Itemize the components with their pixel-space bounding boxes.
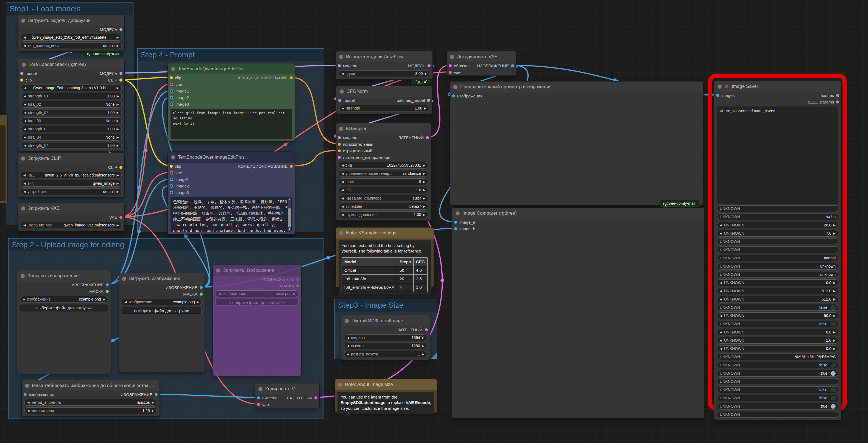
widget-combo[interactable]: ◀изображениеexample.png▶ <box>20 296 108 303</box>
widget-toggle[interactable]: UNKNOWNfalse <box>717 362 838 368</box>
combo-left-arrow-icon[interactable]: ◀ <box>720 232 722 235</box>
slot-изображения-dot[interactable] <box>452 94 455 97</box>
widget-combo[interactable]: ◀UNKNOWN0.0▶ <box>717 279 838 286</box>
slot-ИЗОБРАЖЕНИЕ-dot[interactable] <box>296 278 299 281</box>
combo-left-arrow-icon[interactable]: ◀ <box>23 182 26 185</box>
widget-combo[interactable]: ◀ширина1664▶ <box>344 334 427 341</box>
slot-patched_model-dot[interactable] <box>427 99 430 102</box>
slot-image2-dot[interactable] <box>170 184 173 188</box>
widget-combo[interactable]: ◀изображениеpose.png▶ <box>216 290 299 297</box>
widget-toggle[interactable]: UNKNOWNfalse <box>717 304 838 311</box>
input-slot[interactable]: image2 <box>170 184 189 188</box>
widget-combo[interactable]: ◀сдвиг3.00▶ <box>339 70 430 77</box>
collapse-dot[interactable] <box>717 85 722 89</box>
collapse-dot[interactable] <box>216 268 220 273</box>
widget-toggle[interactable]: UNKNOWNtrue <box>717 403 838 410</box>
node-image-saver[interactable]: ✕Image Saverimageshashesa1111_params%tim… <box>714 81 841 420</box>
combo-right-arrow-icon[interactable]: ▶ <box>422 336 424 340</box>
combo-right-arrow-icon[interactable]: ▶ <box>423 164 425 167</box>
combo-right-arrow-icon[interactable]: ▶ <box>117 223 119 227</box>
widget-combo[interactable]: ◀lora_02None▶ <box>21 101 122 107</box>
combo-right-arrow-icon[interactable]: ▶ <box>293 292 296 295</box>
node-preview-image[interactable]: Предварительный просмотр изображенияизоб… <box>450 81 704 205</box>
widget-combo[interactable]: ◀изображениеexample.png▶ <box>122 298 202 305</box>
output-slot[interactable]: ИЗОБРАЖЕНИЕ <box>165 285 203 290</box>
combo-right-arrow-icon[interactable]: ▶ <box>423 188 425 192</box>
collapse-dot[interactable] <box>340 90 344 94</box>
combo-left-arrow-icon[interactable]: ◀ <box>27 401 29 404</box>
slot-отрицательный-dot[interactable] <box>338 149 341 152</box>
combo-left-arrow-icon[interactable]: ◀ <box>23 173 26 177</box>
slot-image_b-dot[interactable] <box>454 227 457 230</box>
combo-left-arrow-icon[interactable]: ◀ <box>341 172 343 176</box>
combo-left-arrow-icon[interactable]: ◀ <box>24 86 26 90</box>
output-slot[interactable]: ЛАТЕНТНЫЙ <box>398 135 429 140</box>
slot-vae-dot[interactable] <box>170 83 173 86</box>
combo-left-arrow-icon[interactable]: ◀ <box>23 223 26 227</box>
combo-left-arrow-icon[interactable]: ◀ <box>341 188 343 192</box>
combo-left-arrow-icon[interactable]: ◀ <box>341 164 343 167</box>
node-header[interactable]: Выборка модели AuraFlow <box>336 51 433 62</box>
node-header[interactable]: Декодировать VAE <box>447 51 516 62</box>
slot-МОДЕЛЬ-dot[interactable] <box>428 64 431 67</box>
combo-left-arrow-icon[interactable]: ◀ <box>23 297 25 301</box>
node-header[interactable]: Загрузить CLIP <box>18 153 124 164</box>
input-slot[interactable]: vae <box>257 402 269 407</box>
widget-field[interactable]: UNKNOWN <box>717 378 838 385</box>
node-header[interactable]: Кодировать V... <box>255 383 319 394</box>
slot-image3-dot[interactable] <box>170 191 173 194</box>
widget-field[interactable]: UNKNOWN <box>717 238 838 245</box>
widget-field[interactable]: UNKNOWN <box>717 205 838 212</box>
combo-right-arrow-icon[interactable]: ▶ <box>423 213 425 217</box>
output-slot[interactable]: МАСКА <box>183 292 203 296</box>
node-load-vae[interactable]: Загрузить VAEVAE◀название_vaeqwen_image_… <box>18 202 125 231</box>
scroll-up-icon[interactable]: ▲ <box>289 198 290 201</box>
node-load-image-2[interactable]: Загрузить изображениеИЗОБРАЖЕНИЕМАСКА◀из… <box>119 273 205 372</box>
node-header[interactable]: Загрузить VAE <box>18 203 124 214</box>
combo-right-arrow-icon[interactable]: ▶ <box>833 297 836 301</box>
output-slot[interactable]: МАСКА <box>89 289 109 294</box>
toggle-knob[interactable] <box>831 371 836 376</box>
node-header[interactable]: Image Comparer (rgthree) <box>452 208 704 219</box>
slot-ИЗОБРАЖЕНИЕ-dot[interactable] <box>106 283 109 286</box>
slot-vae-dot[interactable] <box>257 403 260 406</box>
node-note-ksampler-settings[interactable]: Note: KSampler settingsYou can test and … <box>336 227 434 288</box>
input-slot[interactable]: image1 <box>170 89 189 93</box>
combo-right-arrow-icon[interactable]: ▶ <box>117 144 119 148</box>
widget-toggle[interactable]: UNKNOWNfalse <box>717 386 838 393</box>
widget-combo[interactable]: ◀устройствоdefault▶ <box>21 188 122 195</box>
scroll-thumb[interactable] <box>288 208 291 227</box>
output-slot[interactable]: МОДЕЛЬ <box>408 63 431 68</box>
input-slot[interactable]: латентное_изображение <box>338 155 390 160</box>
input-slot[interactable]: образцы <box>449 63 470 68</box>
offscreen-note-node[interactable] <box>0 115 8 204</box>
combo-right-arrow-icon[interactable]: ▶ <box>152 409 154 413</box>
output-slot[interactable]: МАСКА <box>280 284 299 288</box>
widget-field[interactable]: UNKNOWNnormal <box>717 255 838 261</box>
collapse-dot[interactable] <box>21 156 25 161</box>
combo-left-arrow-icon[interactable]: ◀ <box>347 336 349 340</box>
widget-combo[interactable]: ◀strength_011.00▶ <box>21 93 122 99</box>
combo-left-arrow-icon[interactable]: ◀ <box>341 213 343 217</box>
combo-left-arrow-icon[interactable]: ◀ <box>24 94 26 98</box>
combo-left-arrow-icon[interactable]: ◀ <box>24 135 26 139</box>
combo-right-arrow-icon[interactable]: ▶ <box>423 180 425 184</box>
node-header[interactable]: Масштабировать изображение до общего кол… <box>22 380 159 391</box>
output-slot[interactable]: patched_model <box>397 98 430 103</box>
input-slot[interactable]: изображения <box>452 94 483 98</box>
combo-right-arrow-icon[interactable]: ▶ <box>833 347 836 350</box>
node-header[interactable]: Note: About image size <box>335 379 437 390</box>
textarea-scrollbar[interactable]: ▲▼ <box>288 198 291 231</box>
node-load-clip[interactable]: Загрузить CLIPCLIP◀на...qwen_2.5_vl_7b_f… <box>18 153 125 198</box>
input-slot[interactable]: images <box>716 93 735 98</box>
widget-field[interactable]: UNKNOWN%Y-%m-%d-%H%M%S <box>717 353 838 360</box>
output-slot[interactable]: hashes <box>821 93 839 98</box>
node-header[interactable]: KSampler <box>336 123 431 134</box>
collapse-dot[interactable] <box>25 384 29 388</box>
output-slot[interactable]: VAE <box>109 215 122 220</box>
input-slot[interactable]: положительный <box>338 142 373 147</box>
input-slot[interactable]: image_a <box>454 220 475 224</box>
output-slot[interactable]: КОНДИЦИОНИРОВАНИЕ <box>238 164 293 168</box>
combo-left-arrow-icon[interactable]: ◀ <box>341 205 343 208</box>
widget-combo[interactable]: ◀UNKNOWN512.0▶ <box>717 288 838 294</box>
